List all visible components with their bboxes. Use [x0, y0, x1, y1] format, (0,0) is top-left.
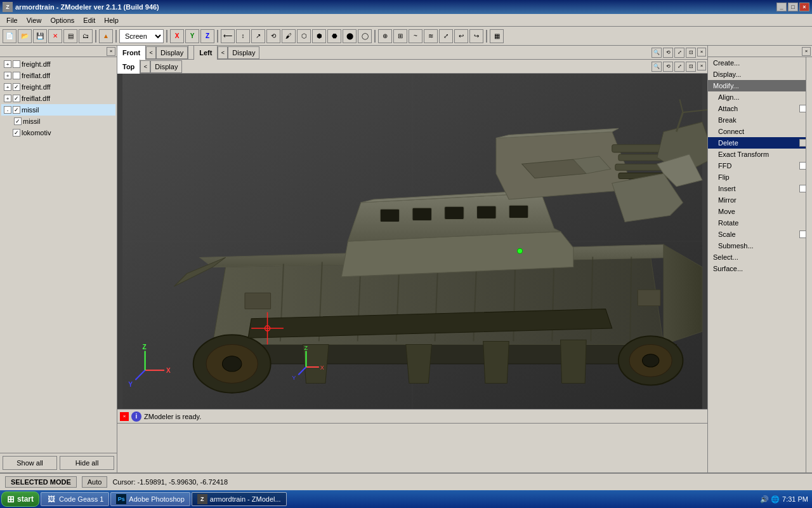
- toolbar-fx2[interactable]: ≋: [424, 29, 438, 43]
- toolbar-move2[interactable]: ↕: [236, 29, 250, 43]
- menu-surface[interactable]: Surface...: [708, 263, 812, 274]
- menu-modify[interactable]: Modify...: [708, 80, 812, 91]
- viewport-ctrl-4[interactable]: ⊡: [686, 48, 696, 58]
- right-panel-close-btn[interactable]: ×: [802, 47, 811, 56]
- menu-move[interactable]: Move: [708, 206, 812, 217]
- tree-item-freiflat2[interactable]: + freiflat.dff: [1, 93, 115, 104]
- menu-align[interactable]: Align...: [708, 91, 812, 103]
- tree-check-freiflat1[interactable]: [13, 72, 20, 79]
- tree-expand-missil[interactable]: -: [4, 106, 11, 114]
- 3d-ctrl-3[interactable]: ⤢: [674, 62, 684, 72]
- 3d-ctrl-2[interactable]: ⟲: [663, 62, 673, 72]
- toolbar-delete[interactable]: ✕: [48, 29, 62, 43]
- menu-rotate[interactable]: Rotate: [708, 217, 812, 229]
- restore-button[interactable]: □: [788, 3, 798, 11]
- menu-file[interactable]: File: [3, 16, 22, 25]
- 3d-ctrl-4[interactable]: ⊡: [686, 62, 696, 72]
- menu-create[interactable]: Create...: [708, 57, 812, 69]
- menu-flip[interactable]: Flip: [708, 171, 812, 183]
- front-display-btn[interactable]: Display: [156, 46, 188, 59]
- menu-edit[interactable]: Edit: [79, 16, 99, 25]
- viewport-close-btn[interactable]: ×: [697, 48, 706, 57]
- right-panel-scrollbar[interactable]: [806, 57, 812, 472]
- status-close-btn[interactable]: ×: [120, 412, 129, 421]
- toolbar-move1[interactable]: ⟵: [221, 29, 235, 43]
- toolbar-multi[interactable]: ▤: [63, 29, 77, 43]
- menu-ffd[interactable]: FFD: [708, 160, 812, 171]
- toolbar-move3[interactable]: ↗: [251, 29, 265, 43]
- left-nav-btn[interactable]: <: [218, 46, 228, 59]
- toolbar-arrow[interactable]: ▲: [99, 29, 113, 43]
- menu-exact-transform[interactable]: Exact Transform: [708, 149, 812, 160]
- hide-all-button[interactable]: Hide all: [60, 456, 114, 470]
- screen-dropdown[interactable]: Screen: [119, 29, 164, 43]
- menu-scale[interactable]: Scale: [708, 229, 812, 240]
- toolbar-fx1[interactable]: ~: [409, 29, 422, 43]
- front-nav-btn[interactable]: <: [146, 46, 156, 59]
- 3d-close-btn[interactable]: ×: [697, 62, 706, 70]
- tree-item-missil-parent[interactable]: - missil: [1, 104, 115, 116]
- toolbar-layers[interactable]: 🗂: [79, 29, 93, 43]
- tree-expand-freiflat2[interactable]: +: [4, 95, 11, 102]
- viewport-ctrl-3[interactable]: ⤢: [674, 48, 684, 58]
- toolbar-geo3[interactable]: ⬣: [327, 29, 341, 43]
- toolbar-fx3[interactable]: ⤢: [439, 29, 453, 43]
- tree-item-lokomotiv[interactable]: lokomotiv: [1, 127, 115, 138]
- tree-check-freight2[interactable]: [13, 83, 20, 91]
- menu-break[interactable]: Break: [708, 114, 812, 126]
- menu-insert[interactable]: Insert: [708, 183, 812, 194]
- toolbar-snap2[interactable]: ⊞: [393, 29, 407, 43]
- 3d-viewport[interactable]: X Z Y X Z Y: [117, 74, 707, 409]
- menu-display[interactable]: Display...: [708, 69, 812, 80]
- taskbar-item-code-geass[interactable]: 🖼 Code Geass 1: [41, 492, 109, 506]
- menu-view[interactable]: View: [23, 16, 46, 25]
- 3d-nav-btn[interactable]: <: [140, 60, 150, 73]
- toolbar-view1[interactable]: ▦: [490, 29, 504, 43]
- toolbar-geo2[interactable]: ⬢: [312, 29, 326, 43]
- 3d-ctrl-1[interactable]: 🔍: [652, 62, 662, 72]
- tree-item-missil-child[interactable]: missil: [1, 116, 115, 127]
- menu-delete[interactable]: Delete: [708, 137, 812, 149]
- toolbar-geo4[interactable]: ⬤: [343, 29, 357, 43]
- tree-expand-freight1[interactable]: +: [4, 60, 11, 68]
- toolbar-x[interactable]: X: [170, 29, 184, 43]
- menu-options[interactable]: Options: [46, 16, 78, 25]
- tree-check-freight1[interactable]: [13, 60, 20, 68]
- toolbar-z[interactable]: Z: [200, 29, 214, 43]
- tree-item-freiflat1[interactable]: + freiflat.dff: [1, 70, 115, 81]
- left-panel-close-btn[interactable]: ×: [107, 47, 115, 56]
- toolbar-geo5[interactable]: ◯: [358, 29, 372, 43]
- tab-front[interactable]: Front: [117, 46, 146, 60]
- tab-left[interactable]: Left: [194, 46, 218, 60]
- toolbar-brush[interactable]: 🖌: [282, 29, 296, 43]
- tree-check-missil-child[interactable]: [14, 117, 22, 125]
- taskbar-item-zmodeler[interactable]: Z armordtrain - ZModel...: [192, 492, 287, 506]
- minimize-button[interactable]: _: [776, 3, 787, 11]
- title-bar-buttons[interactable]: _ □ ×: [776, 3, 809, 11]
- tree-item-freight2[interactable]: + freight.dff: [1, 81, 115, 93]
- tree-expand-freiflat1[interactable]: +: [4, 72, 11, 79]
- start-button[interactable]: ⊞ start: [1, 491, 39, 507]
- tree-check-lokomotiv[interactable]: [13, 129, 20, 137]
- menu-attach[interactable]: Attach: [708, 103, 812, 114]
- tab-top[interactable]: Top: [117, 60, 140, 74]
- toolbar-open[interactable]: 📂: [18, 29, 32, 43]
- 3d-display-btn[interactable]: Display: [150, 60, 182, 73]
- toolbar-new[interactable]: 📄: [3, 29, 16, 43]
- viewport-ctrl-1[interactable]: 🔍: [652, 48, 662, 58]
- viewport-ctrl-2[interactable]: ⟲: [663, 48, 673, 58]
- tree-check-missil[interactable]: [13, 106, 20, 114]
- menu-help[interactable]: Help: [100, 16, 122, 25]
- toolbar-move4[interactable]: ⟲: [266, 29, 280, 43]
- toolbar-geo1[interactable]: ⬡: [297, 29, 311, 43]
- toolbar-snap1[interactable]: ⊕: [378, 29, 392, 43]
- tree-expand-freight2[interactable]: +: [4, 83, 11, 91]
- close-button[interactable]: ×: [799, 3, 809, 11]
- menu-select[interactable]: Select...: [708, 251, 812, 263]
- taskbar-item-photoshop[interactable]: Ps Adobe Photoshop: [110, 492, 190, 506]
- toolbar-redo[interactable]: ↪: [469, 29, 483, 43]
- show-all-button[interactable]: Show all: [3, 456, 57, 470]
- menu-submesh[interactable]: Submesh...: [708, 240, 812, 251]
- menu-connect[interactable]: Connect: [708, 126, 812, 137]
- toolbar-save[interactable]: 💾: [33, 29, 47, 43]
